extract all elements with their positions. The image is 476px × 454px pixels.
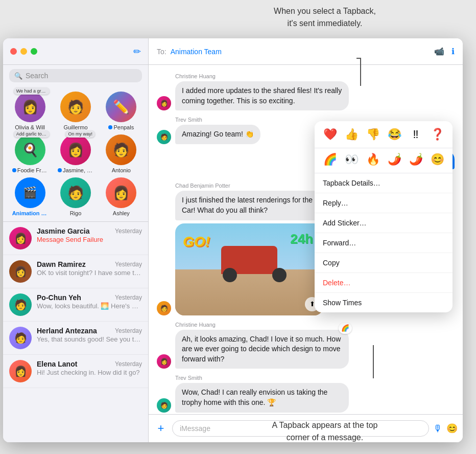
title-bar: ✏︎ <box>3 38 148 65</box>
reply-item[interactable]: Reply… <box>315 193 453 213</box>
avatar-rigo: 🧑 <box>60 177 91 208</box>
penpals-dot <box>108 125 112 129</box>
tapback-badge-4: 🌈 <box>339 323 352 334</box>
tapback-pepper2[interactable]: 🌶️ <box>408 151 424 168</box>
avatar-jasmine-garcia: 👩 <box>9 227 32 249</box>
conv-item-herland[interactable]: 🧑 Herland Antezana Yesterday Yes, that s… <box>3 322 148 355</box>
tapback-smile[interactable]: 😊 <box>429 151 445 168</box>
pinned-row-2: 🍳 Add garlic to the butter, and then... … <box>3 132 148 175</box>
animation-team-name: Animation Team <box>12 210 48 216</box>
avatar-herland: 🧑 <box>9 327 32 349</box>
annotation-bottom: A Tapback appears at the top corner of a… <box>174 419 476 444</box>
copy-item[interactable]: Copy <box>315 253 453 273</box>
dawn-ramirez-name: Dawn Ramirez <box>37 260 86 268</box>
number-badge: 24h <box>290 231 313 247</box>
msg-avatar-3: 🧑 <box>157 301 171 315</box>
dawn-ramirez-preview: OK to visit tonight? I have some things … <box>37 269 142 277</box>
msg-avatar-2: 🧑 <box>157 130 171 144</box>
add-attachment-button[interactable]: + <box>154 421 168 436</box>
tapback-details-item[interactable]: Tapback Details… <box>315 173 453 193</box>
bubble-5[interactable]: Wow, Chad! I can really envision us taki… <box>175 383 349 412</box>
tapback-emojis-row1: ❤️ 👍 👎 😂 ‼️ ❓ <box>315 121 453 148</box>
herland-name: Herland Antezana <box>37 327 97 335</box>
conv-item-dawn-ramirez[interactable]: 👩 Dawn Ramirez Yesterday OK to visit ton… <box>3 255 148 288</box>
chat-recipient[interactable]: Animation Team <box>171 48 222 56</box>
msg-avatar-1: 👩 <box>157 96 171 110</box>
pinned-contact-olivia-will[interactable]: 👩 We had a great time. Home with... Oliv… <box>10 92 50 130</box>
jasmine-li-dot <box>58 168 62 172</box>
forward-item[interactable]: Forward… <box>315 233 453 253</box>
bubble-2[interactable]: Amazing! Go team! 👏 <box>175 125 260 144</box>
jasmine-garcia-name: Jasmine Garcia <box>37 227 90 235</box>
annotation-arrow-bottom <box>373 345 374 378</box>
info-icon[interactable]: ℹ <box>451 47 455 56</box>
minimize-button[interactable] <box>20 48 27 55</box>
search-input[interactable] <box>26 72 137 80</box>
message-row-4: 👩 Ah, it looks amazing, Chad! I love it … <box>157 330 455 369</box>
tapback-heart[interactable]: ❤️ <box>322 126 338 143</box>
pinned-contact-animation-team[interactable]: 🎬 Animation Team <box>10 177 50 216</box>
jasmine-li-bubble: On my way! <box>65 130 95 138</box>
msg-avatar-4: 👩 <box>157 354 171 369</box>
chat-to-label: To: <box>157 48 166 56</box>
tapback-thumbs-up[interactable]: 👍 <box>343 126 360 143</box>
avatar-dawn-ramirez: 👩 <box>9 260 32 283</box>
add-sticker-item[interactable]: Add Sticker… <box>315 213 453 233</box>
tapback-rainbow[interactable]: 🌈 <box>322 151 338 168</box>
video-call-icon[interactable]: 📹 <box>434 47 444 56</box>
conv-item-elena[interactable]: 👩 Elena Lanot Yesterday Hi! Just checkin… <box>3 355 148 388</box>
elena-name: Elena Lanot <box>37 360 77 368</box>
olivia-will-bubble: We had a great time. Home with... <box>14 87 50 95</box>
chat-header: To: Animation Team 📹 ℹ <box>149 38 463 65</box>
msg-avatar-5: 🧑 <box>157 398 171 413</box>
delete-item[interactable]: Delete… <box>315 273 453 293</box>
sidebar: ✏︎ 🔍 👩 We had a great time. Home with...… <box>3 38 149 442</box>
conversation-list: 👩 Jasmine Garcia Yesterday Message Send … <box>3 222 148 442</box>
search-bar: 🔍 <box>3 65 148 86</box>
avatar-penpals: ✏️ <box>106 92 136 122</box>
foodie-bubble: Add garlic to the butter, and then... <box>14 130 50 138</box>
penpals-name: Penpals <box>108 124 134 130</box>
elena-time: Yesterday <box>115 360 142 368</box>
bubble-1[interactable]: I added more updates to the shared files… <box>175 81 349 110</box>
bubble-4[interactable]: Ah, it looks amazing, Chad! I love it so… <box>175 330 349 369</box>
tapback-question[interactable]: ❓ <box>429 126 445 143</box>
ashley-name: Ashley <box>113 210 130 216</box>
app-window: ✏︎ 🔍 👩 We had a great time. Home with...… <box>3 38 463 442</box>
pinned-contact-rigo[interactable]: 🧑 Rigo <box>56 177 96 216</box>
tapback-laugh[interactable]: 😂 <box>386 126 402 143</box>
pinned-contact-jasmine-li[interactable]: 👩 On my way! Jasmine, Li... <box>56 134 96 173</box>
jasmine-li-name: Jasmine, Li... <box>58 167 93 173</box>
antonio-name: Antonio <box>112 167 131 173</box>
tapback-fire[interactable]: 🔥 <box>365 151 381 168</box>
conv-item-jasmine-garcia[interactable]: 👩 Jasmine Garcia Yesterday Message Send … <box>3 222 148 255</box>
sender-label-4: Christine Huang <box>175 322 455 328</box>
show-times-item[interactable]: Show Times <box>315 293 453 312</box>
pinned-contact-penpals[interactable]: ✏️ Penpals <box>101 92 141 130</box>
pinned-contact-guillermo[interactable]: 🧑 Guillermo <box>56 92 96 130</box>
avatar-antonio: 🧑 <box>106 134 136 165</box>
fullscreen-button[interactable] <box>31 48 37 55</box>
message-row-5: 🧑 Wow, Chad! I can really envision us ta… <box>157 383 455 412</box>
dawn-ramirez-time: Yesterday <box>115 261 142 268</box>
elena-preview: Hi! Just checking in. How did it go? <box>37 369 142 376</box>
herland-preview: Yes, that sounds good! See you then. <box>37 335 142 343</box>
message-group-1: Christine Huang 👩 I added more updates t… <box>157 73 455 110</box>
compose-button[interactable]: ✏︎ <box>133 46 141 57</box>
tapback-pepper[interactable]: 🌶️ <box>386 151 402 168</box>
pinned-contact-foodie[interactable]: 🍳 Add garlic to the butter, and then... … <box>10 134 50 173</box>
pinned-contact-ashley[interactable]: 👩 Ashley <box>101 177 141 216</box>
conv-item-po-chun[interactable]: 🧑 Po-Chun Yeh Yesterday Wow, looks beaut… <box>3 288 148 322</box>
tapback-thumbs-down[interactable]: 👎 <box>365 126 381 143</box>
rigo-name: Rigo <box>70 210 82 216</box>
annotation-top: When you select a Tapback, it's sent imm… <box>174 5 476 30</box>
search-input-wrap[interactable]: 🔍 <box>9 69 142 82</box>
pinned-contact-antonio[interactable]: 🧑 Antonio <box>101 134 141 173</box>
chat-panel: To: Animation Team 📹 ℹ Christine Huang 👩… <box>149 38 463 442</box>
guillermo-name: Guillermo <box>63 124 87 130</box>
avatar-foodie: 🍳 <box>15 134 45 165</box>
sushi-car-image[interactable]: GO! 24h ⬆ <box>175 223 323 315</box>
tapback-eyes[interactable]: 👀 <box>343 151 360 168</box>
close-button[interactable] <box>10 48 17 55</box>
tapback-exclamation[interactable]: ‼️ <box>408 126 424 143</box>
